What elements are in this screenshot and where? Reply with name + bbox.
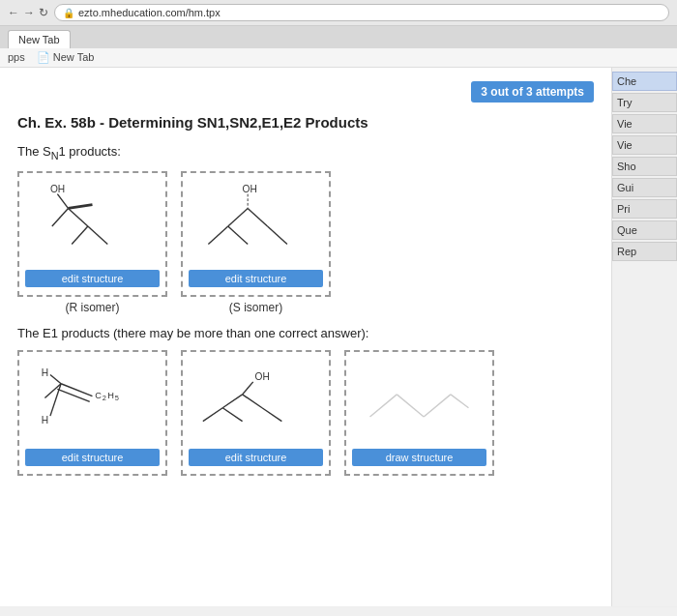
footer-area: References eBook & Resources: [0, 606, 677, 616]
svg-line-22: [50, 374, 61, 383]
lock-icon: 🔒: [63, 8, 74, 18]
sidebar-item-gui[interactable]: Gui: [612, 178, 677, 197]
svg-text:C: C: [95, 390, 102, 399]
svg-line-33: [397, 394, 424, 416]
e1-structures-row: H C 2 H 5 H: [17, 350, 594, 476]
svg-line-35: [451, 394, 469, 407]
e1-structure-1-canvas: H C 2 H 5 H: [25, 358, 160, 445]
svg-line-11: [208, 226, 227, 245]
svg-text:2: 2: [103, 394, 106, 402]
browser-bar: ← → ↻ 🔒 ezto.mheducation.com/hm.tpx: [0, 0, 677, 26]
tabs-bar: New Tab: [0, 26, 677, 48]
content-area: 3 out of 3 attempts Ch. Ex. 58b - Determ…: [0, 68, 611, 606]
svg-line-26: [243, 381, 253, 394]
sidebar-item-que[interactable]: Que: [612, 220, 677, 240]
e1-structure-3-svg: [352, 358, 486, 440]
sidebar-item-try[interactable]: Try: [612, 93, 677, 112]
s-isomer-box: OH edit structure (S isomer): [181, 171, 331, 314]
svg-line-5: [88, 226, 107, 245]
s-isomer-label: (S isomer): [181, 301, 331, 314]
e1-structure-1-svg: H C 2 H 5 H: [25, 358, 160, 440]
sidebar-item-sho[interactable]: Sho: [612, 157, 677, 176]
svg-text:H: H: [42, 414, 48, 425]
sidebar-item-che[interactable]: Che: [612, 72, 677, 91]
attempts-badge: 3 out of 3 attempts: [471, 81, 594, 103]
new-tab[interactable]: New Tab: [8, 30, 71, 48]
svg-text:5: 5: [115, 394, 119, 402]
sidebar-item-view2[interactable]: Vie: [612, 135, 677, 155]
e1-edit-btn-2[interactable]: edit structure: [189, 449, 323, 466]
r-isomer-structure-box: OH: [17, 171, 167, 297]
e1-structure-3-box: draw structure: [344, 350, 494, 476]
s-isomer-structure-box: OH edit structure: [181, 171, 331, 297]
page-title: Ch. Ex. 58b - Determining SN1,SN2,E1,E2 …: [17, 114, 594, 131]
back-icon[interactable]: ←: [8, 6, 19, 19]
svg-line-32: [370, 394, 397, 416]
svg-text:OH: OH: [255, 371, 270, 382]
svg-line-27: [222, 394, 242, 407]
svg-line-29: [203, 407, 222, 421]
svg-line-4: [72, 226, 88, 245]
svg-text:H: H: [107, 390, 114, 399]
svg-line-9: [228, 208, 248, 226]
sidebar: Che Try Vie Vie Sho Gui Pri Que Rep: [611, 68, 677, 606]
svg-line-28: [243, 394, 262, 407]
svg-line-31: [262, 407, 281, 421]
url-bar[interactable]: 🔒 ezto.mheducation.com/hm.tpx: [54, 4, 669, 21]
e1-structure-2-box: OH edit structure: [181, 350, 331, 476]
sidebar-item-rep[interactable]: Rep: [612, 242, 677, 261]
r-isomer-label: (R isomer): [17, 301, 167, 314]
r-isomer-canvas: OH: [25, 179, 160, 266]
bookmarks-bar: pps 📄 New Tab: [0, 48, 677, 68]
sidebar-item-view1[interactable]: Vie: [612, 114, 677, 133]
svg-line-30: [222, 407, 242, 421]
s-isomer-canvas: OH: [189, 179, 323, 266]
r-isomer-edit-btn[interactable]: edit structure: [25, 270, 160, 287]
svg-line-34: [424, 394, 451, 416]
e1-draw-btn[interactable]: draw structure: [352, 449, 486, 466]
sidebar-item-pri[interactable]: Pri: [612, 199, 677, 219]
svg-line-3: [68, 208, 87, 226]
sn1-label: The SN1 products:: [17, 144, 594, 161]
sn1-structures-row: OH: [17, 171, 594, 314]
s-isomer-svg: OH: [189, 179, 323, 261]
r-isomer-svg: OH: [25, 179, 160, 261]
e1-structure-1-box: H C 2 H 5 H: [17, 350, 167, 476]
e1-structure-2-svg: OH: [189, 358, 323, 440]
svg-line-20: [61, 383, 92, 396]
e1-edit-btn-1[interactable]: edit structure: [25, 449, 160, 466]
main-container: 3 out of 3 attempts Ch. Ex. 58b - Determ…: [0, 68, 677, 606]
browser-nav: ← → ↻: [8, 6, 48, 19]
svg-text:OH: OH: [50, 183, 65, 193]
url-text: ezto.mheducation.com/hm.tpx: [78, 7, 221, 18]
forward-icon[interactable]: →: [23, 6, 35, 19]
bookmark-apps[interactable]: pps: [8, 51, 25, 64]
e1-label: The E1 products (there may be more than …: [17, 326, 594, 340]
svg-line-1: [57, 193, 68, 208]
svg-text:OH: OH: [243, 183, 257, 193]
r-isomer-box: OH: [17, 171, 167, 314]
svg-text:H: H: [42, 367, 48, 378]
svg-line-2: [52, 208, 69, 226]
bookmark-newtab[interactable]: 📄 New Tab: [37, 51, 95, 64]
s-isomer-edit-btn[interactable]: edit structure: [189, 270, 323, 287]
svg-line-12: [228, 226, 248, 245]
svg-line-10: [248, 208, 267, 226]
e1-structure-3-canvas: [352, 358, 486, 445]
e1-structure-2-canvas: OH: [189, 358, 323, 445]
refresh-icon[interactable]: ↻: [39, 6, 48, 19]
svg-line-13: [268, 226, 287, 245]
svg-line-6: [68, 204, 92, 208]
svg-line-21: [57, 389, 89, 401]
